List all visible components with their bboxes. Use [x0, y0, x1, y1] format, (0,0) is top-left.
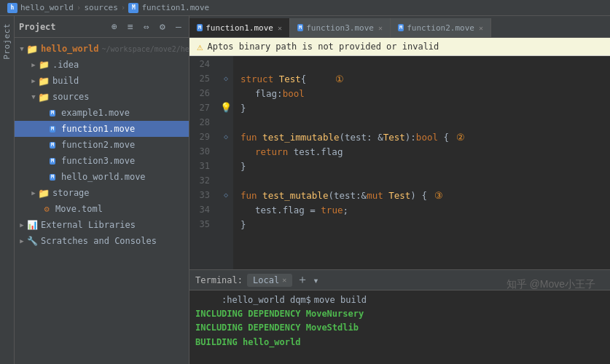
sidebar-item-sources[interactable]: ▼ 📁 sources — [15, 89, 189, 105]
sidebar-item-storage[interactable]: ▶ 📁 storage — [15, 185, 189, 201]
project-tab-label: Project — [2, 23, 12, 60]
sidebar-item-function1[interactable]: M function1.move — [15, 121, 189, 137]
folder-icon: 📁 — [38, 92, 50, 102]
prompt-path: :hello_world dqm$ — [222, 293, 311, 307]
move-file-icon: M — [47, 124, 58, 134]
terminal-output-line-3: BUILDING hello_world — [195, 336, 604, 349]
move-file-icon: M — [47, 108, 58, 118]
minimize-icon[interactable]: — — [173, 21, 184, 33]
warning-icon: ⚠ — [197, 41, 203, 52]
code-line-29: fun test_immutable(test: &Test):bool { ② — [233, 130, 610, 145]
tab-file-icon: M — [197, 24, 203, 31]
breadcrumb-sources[interactable]: sources — [84, 3, 117, 12]
line-number: 24 — [189, 58, 214, 72]
gutter-row: ◇ — [219, 129, 233, 143]
line-number: 32 — [189, 174, 214, 189]
arrow-icon: ▶ — [29, 60, 38, 69]
code-content[interactable]: struct Test{ ① flag:bool } fun test_immu… — [233, 56, 610, 269]
sidebar-title: Project — [19, 22, 104, 32]
breadcrumb-file[interactable]: function1.move — [141, 3, 209, 12]
tab-label: function1.move — [206, 23, 273, 33]
arrow-icon: ▶ — [29, 189, 38, 197]
tab-file-icon: M — [297, 24, 303, 31]
expand-icon[interactable]: ⇔ — [141, 21, 152, 33]
code-line-32 — [233, 174, 610, 189]
editor-area: M function1.move ✕ M function3.move ✕ M … — [189, 16, 610, 364]
warning-message: Aptos binary path is not provided or inv… — [207, 41, 439, 52]
line-number: 30 — [189, 145, 214, 159]
gutter-row — [219, 85, 233, 100]
code-line-30: return test.flag — [233, 145, 610, 159]
arrow-icon: ▼ — [17, 44, 26, 53]
terminal-content: :hello_world dqm$ move build INCLUDING D… — [189, 290, 610, 364]
code-line-34: test.flag = true; — [233, 203, 610, 218]
terminal-add-button[interactable]: ＋ — [297, 272, 308, 288]
code-line-31: } — [233, 159, 610, 174]
code-editor[interactable]: 24 25 26 27 28 29 30 31 32 33 34 35 ◇ — [189, 56, 610, 269]
tab-close-button[interactable]: ✕ — [278, 24, 282, 32]
arrow-icon: ▶ — [17, 237, 26, 245]
tab-label: function2.move — [407, 23, 474, 33]
terminal-tab-local[interactable]: Local ✕ — [247, 274, 292, 287]
sidebar-item-function3[interactable]: M function3.move — [15, 153, 189, 169]
breadcrumb-file-icon: M — [128, 3, 138, 13]
tab-close-button[interactable]: ✕ — [479, 24, 483, 32]
folder-icon: 📁 — [38, 188, 50, 198]
scratches-icon: 🔧 — [26, 236, 38, 246]
terminal-tab-label: Local — [253, 275, 279, 285]
tab-function1[interactable]: M function1.move ✕ — [189, 18, 290, 37]
terminal-output-line-2: INCLUDING DEPENDENCY MoveStdlib — [195, 321, 604, 335]
tab-label: function3.move — [306, 23, 374, 33]
sidebar-item-hello-world-move[interactable]: M hello_world.move — [15, 169, 189, 185]
item-label: .idea — [52, 60, 79, 70]
sidebar-toolbar: Project ⊕ ≡ ⇔ ⚙ — — [15, 16, 189, 38]
folder-icon: 📁 — [26, 44, 38, 54]
move-file-icon: M — [47, 156, 58, 166]
settings-icon[interactable]: ⚙ — [157, 21, 168, 33]
terminal-chevron-icon[interactable]: ▾ — [313, 274, 318, 286]
sidebar-item-scratches[interactable]: ▶ 🔧 Scratches and Consoles — [15, 233, 189, 249]
sync-icon[interactable]: ⊕ — [109, 21, 120, 33]
gutter-row — [219, 114, 233, 129]
item-label: External Libraries — [41, 220, 136, 230]
item-label: build — [52, 76, 79, 86]
sidebar-item-hello-world[interactable]: ▼ 📁 hello_world ~/workspace/move2/hello — [15, 41, 189, 57]
terminal-prompt: :hello_world dqm$ move build — [195, 293, 604, 307]
tab-function2[interactable]: M function2.move ✕ — [391, 18, 491, 37]
watermark: 知乎 @Move小王子 — [507, 278, 595, 291]
code-line-27: } — [233, 101, 610, 116]
gutter-row: ◇ — [219, 187, 233, 202]
collapse-icon[interactable]: ≡ — [125, 21, 136, 33]
tab-file-icon: M — [398, 24, 404, 31]
item-label: Scratches and Consoles — [41, 236, 157, 246]
sidebar-item-example1[interactable]: M example1.move — [15, 105, 189, 121]
item-label: storage — [52, 188, 90, 198]
sidebar: Project ⊕ ≡ ⇔ ⚙ — ▼ 📁 hello_world ~/work… — [15, 16, 189, 364]
sidebar-item-ext-libraries[interactable]: ▶ 📊 External Libraries — [15, 217, 189, 233]
sidebar-item-build[interactable]: ▶ 📁 build — [15, 73, 189, 89]
gutter-row — [219, 143, 233, 158]
code-line-35: } — [233, 218, 610, 232]
move-file-icon: M — [47, 172, 58, 182]
tab-function3[interactable]: M function3.move ✕ — [290, 18, 391, 37]
item-label: function2.move — [61, 140, 135, 150]
terminal-close-icon[interactable]: ✕ — [282, 276, 286, 284]
arrow-icon: ▶ — [17, 221, 26, 229]
code-line-28 — [233, 116, 610, 130]
gutter-row — [219, 56, 233, 71]
breadcrumb-project[interactable]: hello_world — [20, 3, 74, 12]
gutter-row: 💡 — [219, 100, 233, 114]
project-panel-tab[interactable]: Project — [0, 16, 15, 364]
folder-icon: 📁 — [38, 60, 50, 70]
sidebar-item-idea[interactable]: ▶ 📁 .idea — [15, 57, 189, 73]
item-label: function1.move — [61, 124, 135, 134]
code-line-33: fun test_mutable(test:&mut Test) { ③ — [233, 189, 610, 203]
sidebar-item-function2[interactable]: M function2.move — [15, 137, 189, 153]
line-number: 25 — [189, 72, 214, 87]
project-name: hello_world — [41, 44, 98, 54]
tab-close-button[interactable]: ✕ — [378, 24, 383, 32]
project-path: ~/workspace/move2/hello — [101, 45, 189, 53]
sidebar-item-move-toml[interactable]: ⚙ Move.toml — [15, 201, 189, 217]
prompt-command: move build — [314, 293, 367, 307]
line-number: 26 — [189, 87, 214, 101]
